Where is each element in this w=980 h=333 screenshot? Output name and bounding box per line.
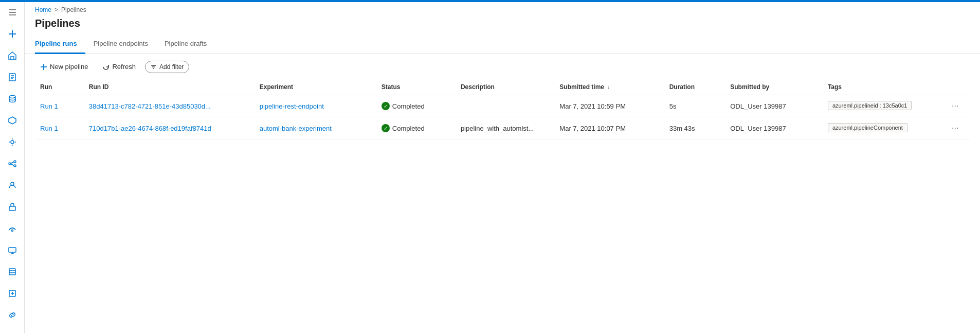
pipeline-runs-table: Run Run ID Experiment Status Description… xyxy=(35,79,970,139)
sidebar-icon-linked-services[interactable] xyxy=(2,305,23,325)
cell-submitted-by-1: ODL_User 139987 xyxy=(725,95,823,117)
cell-submitted-by-2: ODL_User 139987 xyxy=(725,117,823,139)
experiment-link-2[interactable]: automl-bank-experiment xyxy=(260,125,332,132)
status-completed-1: ✓ Completed xyxy=(382,102,450,110)
cell-tags-2: azureml.pipelineComponent xyxy=(823,117,945,139)
sidebar-icon-pipelines[interactable] xyxy=(2,153,23,174)
cell-runid-2: 710d17b1-ae26-4674-868f-ed19faf8741d xyxy=(84,117,255,139)
col-header-submitted-by: Submitted by xyxy=(725,79,823,95)
cell-actions-2: ··· xyxy=(945,117,970,139)
svg-point-12 xyxy=(9,163,11,165)
cell-run-2: Run 1 xyxy=(35,117,84,139)
svg-marker-10 xyxy=(9,117,16,124)
page-title: Pipelines xyxy=(25,15,980,36)
cell-description-2: pipeline_with_automlst... xyxy=(456,117,554,139)
tag-pill-1: azureml.pipelineid : 13c5a0c1 xyxy=(828,101,912,110)
breadcrumb-current: Pipelines xyxy=(61,6,86,13)
status-icon-1: ✓ xyxy=(382,102,390,110)
sidebar-icon-endpoints[interactable] xyxy=(2,218,23,239)
more-button-2[interactable]: ··· xyxy=(950,122,960,134)
runid-link-2[interactable]: 710d17b1-ae26-4674-868f-ed19faf8741d xyxy=(89,125,211,132)
svg-point-13 xyxy=(14,161,16,163)
tab-pipeline-endpoints[interactable]: Pipeline endpoints xyxy=(85,36,156,54)
table-row: Run 1 710d17b1-ae26-4674-868f-ed19faf874… xyxy=(35,117,970,139)
col-header-description: Description xyxy=(456,79,554,95)
breadcrumb-separator: > xyxy=(55,6,58,13)
cell-status-1: ✓ Completed xyxy=(376,95,456,117)
refresh-label: Refresh xyxy=(112,63,136,71)
col-header-actions xyxy=(945,79,970,95)
sidebar-icon-components[interactable] xyxy=(2,132,23,152)
sidebar xyxy=(0,0,25,333)
cell-description-1 xyxy=(456,95,554,117)
cell-run-1: Run 1 xyxy=(35,95,84,117)
cell-runid-1: 38d41713-c782-4721-851e-43d85030d... xyxy=(84,95,255,117)
cell-submitted-time-2: Mar 7, 2021 10:07 PM xyxy=(554,117,664,139)
sidebar-icon-add[interactable] xyxy=(2,24,23,44)
svg-point-9 xyxy=(9,96,15,98)
runid-link-1[interactable]: 38d41713-c782-4721-851e-43d85030d... xyxy=(89,102,211,110)
status-label-1: Completed xyxy=(392,102,425,110)
sidebar-icon-menu[interactable] xyxy=(2,2,23,23)
svg-point-17 xyxy=(11,182,14,185)
cell-duration-1: 5s xyxy=(664,95,725,117)
experiment-link-1[interactable]: pipeline-rest-endpoint xyxy=(260,102,324,110)
cell-status-2: ✓ Completed xyxy=(376,117,456,139)
sidebar-icon-models[interactable] xyxy=(2,197,23,217)
col-header-run: Run xyxy=(35,79,84,95)
run-link-1[interactable]: Run 1 xyxy=(40,102,58,110)
cell-experiment-1: pipeline-rest-endpoint xyxy=(255,95,376,117)
table-row: Run 1 38d41713-c782-4721-851e-43d85030d.… xyxy=(35,95,970,117)
sidebar-icon-jobs[interactable] xyxy=(2,110,23,131)
svg-point-11 xyxy=(11,141,14,144)
status-label-2: Completed xyxy=(392,125,425,132)
sidebar-icon-datastores[interactable] xyxy=(2,261,23,282)
col-header-runid: Run ID xyxy=(84,79,255,95)
run-link-2[interactable]: Run 1 xyxy=(40,125,58,132)
tab-pipeline-drafts[interactable]: Pipeline drafts xyxy=(156,36,215,54)
svg-point-19 xyxy=(11,230,13,232)
toolbar: New pipeline Refresh Add filter xyxy=(25,54,980,79)
sidebar-icon-labeling[interactable] xyxy=(2,283,23,304)
col-header-duration: Duration xyxy=(664,79,725,95)
add-filter-button[interactable]: Add filter xyxy=(145,61,189,73)
svg-rect-18 xyxy=(9,206,15,211)
sidebar-icon-compute[interactable] xyxy=(2,240,23,260)
cell-tags-1: azureml.pipelineid : 13c5a0c1 xyxy=(823,95,945,117)
sidebar-icon-home[interactable] xyxy=(2,45,23,66)
status-completed-2: ✓ Completed xyxy=(382,124,450,132)
tab-pipeline-runs[interactable]: Pipeline runs xyxy=(35,36,85,54)
col-header-tags: Tags xyxy=(823,79,945,95)
sort-icon: ↓ xyxy=(607,84,610,90)
status-icon-2: ✓ xyxy=(382,124,390,132)
col-header-experiment: Experiment xyxy=(255,79,376,95)
table-container: Run Run ID Experiment Status Description… xyxy=(25,79,980,333)
new-pipeline-button[interactable]: New pipeline xyxy=(35,60,93,73)
col-header-status: Status xyxy=(376,79,456,95)
svg-line-15 xyxy=(11,162,14,164)
svg-point-14 xyxy=(14,165,16,167)
cell-submitted-time-1: Mar 7, 2021 10:59 PM xyxy=(554,95,664,117)
cell-actions-1: ··· xyxy=(945,95,970,117)
add-filter-label: Add filter xyxy=(159,63,184,71)
refresh-button[interactable]: Refresh xyxy=(97,60,141,73)
cell-experiment-2: automl-bank-experiment xyxy=(255,117,376,139)
main-content: Home > Pipelines Pipelines Pipeline runs… xyxy=(25,0,980,333)
sidebar-icon-data[interactable] xyxy=(2,89,23,109)
cell-duration-2: 33m 43s xyxy=(664,117,725,139)
sidebar-icon-notebook[interactable] xyxy=(2,67,23,87)
breadcrumb-home[interactable]: Home xyxy=(35,6,51,13)
sidebar-icon-environments[interactable] xyxy=(2,175,23,196)
breadcrumb: Home > Pipelines xyxy=(25,0,980,15)
svg-line-16 xyxy=(11,164,14,166)
tag-pill-2: azureml.pipelineComponent xyxy=(828,123,908,132)
svg-rect-20 xyxy=(9,248,16,252)
new-pipeline-label: New pipeline xyxy=(50,63,88,71)
tabs: Pipeline runs Pipeline endpoints Pipelin… xyxy=(25,36,980,54)
svg-rect-23 xyxy=(9,269,15,275)
col-header-submitted-time[interactable]: Submitted time ↓ xyxy=(554,79,664,95)
more-button-1[interactable]: ··· xyxy=(950,100,960,112)
